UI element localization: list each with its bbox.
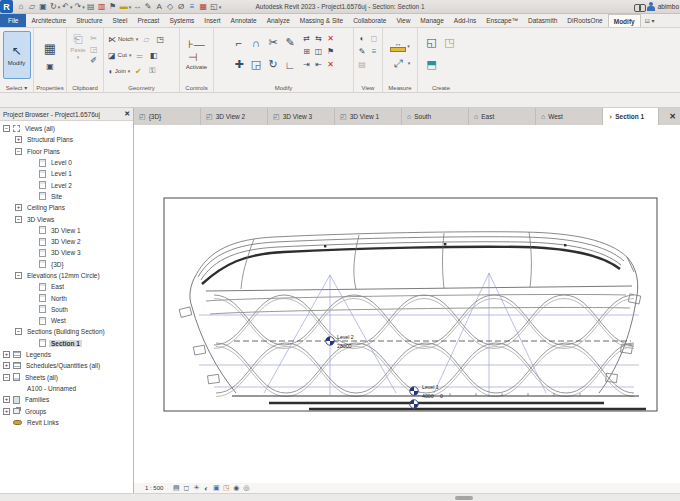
tree-item[interactable]: Level 1 — [0, 168, 133, 179]
create-group-icon[interactable]: ⬒ — [423, 54, 440, 75]
tree-expander[interactable]: − — [15, 148, 22, 155]
join-geometry-icon[interactable]: ✎ — [282, 32, 299, 53]
activate-button[interactable]: Activate — [186, 64, 207, 70]
tree-item[interactable]: + Families — [0, 394, 133, 405]
tree-item[interactable]: Site — [0, 191, 133, 202]
tree-item[interactable]: South — [0, 304, 133, 315]
tree-item[interactable]: + Ceiling Plans — [0, 202, 133, 213]
print-icon[interactable]: ▤ — [86, 1, 97, 13]
ribbon-tab[interactable]: Architecture — [26, 14, 71, 27]
tree-expander[interactable]: − — [15, 272, 22, 279]
tree-expander[interactable]: − — [3, 374, 10, 381]
tag-by-category-icon[interactable]: ⚑ — [108, 1, 119, 13]
ribbon-tab[interactable]: Precast — [132, 14, 164, 27]
create-parts-icon[interactable]: ◱ — [423, 32, 440, 53]
revit-logo[interactable]: R — [0, 0, 13, 13]
text-icon[interactable]: A — [154, 1, 165, 13]
thin-lines-icon[interactable]: ◐ — [356, 33, 368, 44]
tree-item[interactable]: North — [0, 292, 133, 303]
measure-icon[interactable]: ▬▾ — [119, 1, 133, 13]
tree-item[interactable]: − Views (all) — [0, 123, 133, 134]
export-pdf-icon[interactable]: ▥ — [97, 1, 108, 13]
ribbon-tab[interactable]: Manage — [415, 14, 449, 27]
tree-expander[interactable]: + — [15, 204, 22, 211]
paint-icon[interactable]: ◧ — [147, 50, 159, 61]
notch-button[interactable]: ⋉ Notch▾ ▱ ◳ — [108, 32, 166, 46]
properties-palette-icon[interactable]: ▦ — [42, 38, 59, 59]
tree-item[interactable]: Level 2 — [0, 179, 133, 190]
ribbon-tab[interactable]: Enscape™ — [481, 14, 523, 27]
ribbon-display-toggle[interactable]: ⊡ ▾ — [645, 14, 655, 27]
undo-icon[interactable]: ↶▾ — [61, 1, 73, 13]
level-1-name[interactable]: Level 1 — [422, 384, 439, 390]
tree-item[interactable]: + Structural Plans — [0, 134, 133, 145]
trim-extend-icon[interactable]: ∟ — [282, 54, 299, 75]
cut-button[interactable]: ◪ Cut▾ ⚌ ◧ — [108, 48, 159, 62]
close-view-icon[interactable]: ✕ — [665, 108, 680, 125]
ribbon-tab[interactable]: DiRootsOne — [562, 14, 607, 27]
level-2-elevation[interactable]: 28000 — [337, 343, 352, 349]
match-type-icon[interactable]: ✐ — [88, 55, 100, 66]
delete-red-icon[interactable]: ✕ — [325, 59, 337, 70]
view-tab[interactable]: ◰ 3D View 1 — [335, 108, 402, 125]
level-1-datum-icon[interactable] — [410, 387, 418, 395]
project-browser-header[interactable]: Project Browser - Project1.6576uj ✕ — [0, 108, 133, 121]
show-crop-region-icon[interactable]: ◳ — [221, 484, 231, 493]
mirror-icon[interactable]: ◫ — [313, 46, 325, 57]
ribbon-tab[interactable]: Add-Ins — [449, 14, 481, 27]
tree-item[interactable]: A100 - Unnamed — [0, 383, 133, 394]
trim-corner-icon[interactable]: ⇥ — [301, 59, 313, 70]
align-icon[interactable]: ⌐ — [231, 32, 248, 53]
ribbon-tab[interactable]: Modify — [608, 14, 641, 27]
tree-expander[interactable]: + — [3, 396, 10, 403]
tree-item[interactable]: Section 1 — [0, 338, 133, 349]
switch-windows-icon[interactable]: ◱▾ — [209, 1, 222, 13]
sync-with-central-icon[interactable]: ↻▾ — [49, 1, 61, 13]
shadows-icon[interactable]: ◐ — [201, 484, 211, 493]
show-hidden-lines-icon[interactable]: ✎ — [356, 46, 368, 57]
ribbon-tab[interactable]: File — [0, 14, 26, 27]
section-icon[interactable]: Ø — [176, 1, 187, 13]
delete-icon[interactable]: ✕ — [325, 33, 337, 44]
tree-item[interactable]: 3D View 3 — [0, 247, 133, 258]
save-icon[interactable]: ▣ — [38, 1, 49, 13]
tree-expander[interactable]: + — [3, 351, 10, 358]
view-tab[interactable]: ⌂ South — [402, 108, 469, 125]
pin-icon[interactable]: ⚑ — [325, 46, 337, 57]
tree-item[interactable]: − Sheets (all) — [0, 372, 133, 383]
ribbon-tab[interactable]: View — [391, 14, 415, 27]
close-inactive-windows-icon[interactable]: ▦ — [198, 1, 209, 13]
view-tab[interactable]: ◰ 3D View 3 — [268, 108, 335, 125]
measure-button[interactable]: ↔ ▾ — [390, 40, 410, 52]
join-button[interactable]: ◖ Join▾ ✔ ⚿ — [108, 64, 158, 78]
view-tab[interactable]: ⌂ East — [469, 108, 536, 125]
tree-expander[interactable]: − — [3, 125, 10, 132]
tree-item[interactable]: + Schedules/Quantities (all) — [0, 360, 133, 371]
scale-button[interactable]: 1 : 500 — [145, 485, 163, 491]
tree-item[interactable]: − Floor Plans — [0, 146, 133, 157]
tree-expander[interactable]: − — [15, 328, 22, 335]
create-assembly-icon[interactable]: ◳ — [441, 32, 458, 53]
ribbon-tab[interactable]: Structure — [71, 14, 107, 27]
copy-icon[interactable]: ◲ — [248, 54, 265, 75]
tree-expander[interactable]: − — [15, 216, 22, 223]
ribbon-tab[interactable]: Collaborate — [348, 14, 391, 27]
tree-item[interactable]: 3D View 2 — [0, 236, 133, 247]
visual-style-icon[interactable]: ◻ — [181, 484, 191, 493]
open-file-icon[interactable]: ▱ — [27, 1, 38, 13]
ribbon-tab[interactable]: Massing & Site — [295, 14, 348, 27]
cut-to-clipboard-icon[interactable]: ✂ — [88, 33, 100, 44]
level-0-datum-icon[interactable] — [410, 400, 418, 408]
modify-button[interactable]: ↖ Modify — [3, 31, 31, 79]
tree-expander[interactable]: + — [3, 408, 10, 415]
tree-item[interactable]: Revit Links — [0, 417, 133, 428]
level-1-elevation[interactable]: 4000 — [422, 393, 434, 399]
remove-hidden-lines-icon[interactable]: ≡ — [368, 46, 380, 57]
view-tab[interactable]: ◑ Section 1 — [603, 108, 659, 125]
default-3d-view-icon[interactable]: ◇ — [165, 1, 176, 13]
paste-button[interactable]: ⎗Paste▾ — [70, 32, 85, 60]
tree-item[interactable]: − Sections (Building Section) — [0, 326, 133, 337]
ribbon-tab[interactable]: Insert — [199, 14, 225, 27]
rotate-icon[interactable]: ↻ — [265, 54, 282, 75]
ribbon-tab[interactable]: Datasmith — [523, 14, 562, 27]
